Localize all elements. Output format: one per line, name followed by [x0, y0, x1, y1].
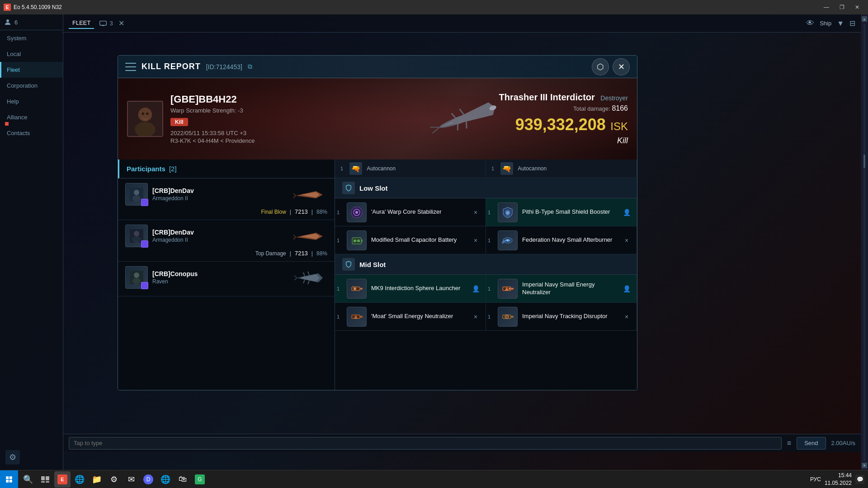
raven-ship [293, 270, 325, 286]
eve-app-badge: E [57, 474, 67, 484]
mail-icon[interactable]: ✉ [123, 471, 139, 488]
sidebar-item-corporation[interactable]: Corporation [0, 78, 63, 94]
eye-icon[interactable]: 👁 [806, 19, 814, 28]
chrome2-icon[interactable]: 🌐 [157, 471, 174, 488]
task-view-icon[interactable] [37, 471, 53, 488]
participants-title: Participants [127, 165, 165, 173]
sidebar-item-fleet[interactable]: Fleet [0, 62, 63, 78]
fitting-item-tracking-disruptor: 1 Imperial Navy Tracking Di [486, 303, 637, 331]
list-icon[interactable]: ≡ [787, 439, 791, 447]
top-damage-label: Top Damage [255, 250, 286, 257]
participant-top-1: [CRB]DenDav Armageddon II [125, 183, 327, 206]
game-background: 6 System Local Fleet Corporation Help Al… [0, 14, 861, 470]
svg-point-6 [135, 122, 156, 137]
svg-line-26 [293, 193, 296, 196]
warp-stab-qty: 1 [337, 210, 340, 215]
afterburner-qty: 1 [488, 238, 491, 243]
mid-slot-icon [342, 258, 355, 271]
participant-ship-img-2 [291, 227, 327, 245]
shield-booster-action[interactable]: 👤 [622, 208, 631, 217]
discord-icon[interactable]: D [140, 471, 156, 488]
store-icon[interactable]: 🛍 [175, 471, 191, 488]
afterburner-name: Federation Navy Small Afterburner [522, 236, 618, 244]
copy-icon[interactable]: ⧉ [248, 63, 252, 70]
moat-neut-name: 'Moat' Small Energy Neutralizer [371, 313, 467, 320]
chrome-icon[interactable]: 🌐 [71, 471, 88, 488]
close-tab-icon[interactable]: ✕ [118, 19, 124, 28]
send-button[interactable]: Send [797, 437, 826, 450]
energy-neut-name: Imperial Navy Small Energy Neutralizer [522, 281, 618, 296]
svg-rect-52 [361, 239, 363, 242]
tracking-disruptor-action[interactable]: × [622, 312, 631, 321]
svg-line-45 [303, 280, 305, 283]
sidebar-item-contacts[interactable]: Contacts [0, 125, 63, 141]
export-button[interactable]: ⬡ [592, 58, 609, 75]
participant-ship-1: Armageddon II [152, 195, 287, 202]
settings-button[interactable]: ⚙ [5, 450, 20, 465]
dropdown-icon[interactable]: ▼ [837, 19, 844, 28]
energy-neut-action[interactable]: 👤 [622, 284, 631, 293]
svg-point-49 [355, 211, 358, 214]
sphere-launcher-action[interactable]: 👤 [471, 284, 480, 293]
moat-neut-action[interactable]: × [471, 312, 480, 321]
close-modal-button[interactable]: ✕ [613, 58, 630, 75]
participant-details-3: [CRB]Conopus Raven [152, 270, 287, 285]
sidebar-item-alliance[interactable]: Alliance [0, 109, 63, 125]
svg-point-38 [132, 278, 141, 284]
main-content: KILL REPORT [ID:7124453] ⧉ ⬡ ✕ [63, 33, 861, 452]
svg-line-16 [452, 113, 456, 119]
armageddon-ship-2 [293, 228, 325, 244]
menu-icon[interactable] [125, 63, 136, 71]
participant-pct-2: 88% [316, 250, 327, 257]
participant-top-2: [CRB]DenDav Armageddon II [125, 225, 327, 247]
mid-slot-grid: 1 MK9 Interdiction Sphere Launcher [335, 275, 637, 331]
minimize-button[interactable]: — [819, 3, 834, 12]
folder-icon[interactable]: 📁 [89, 471, 105, 488]
tab-fleet[interactable]: FLEET [69, 18, 94, 29]
participant-item-2[interactable]: [CRB]DenDav Armageddon II [118, 220, 335, 262]
notifications-icon[interactable]: 💬 [855, 475, 864, 484]
svg-line-15 [431, 127, 441, 133]
ship-label: Ship [820, 20, 831, 27]
autocannon-name-right: Autocannon [518, 165, 547, 172]
pilot-face-image [128, 101, 162, 137]
participant-item-1[interactable]: [CRB]DenDav Armageddon II [118, 178, 335, 220]
start-button[interactable] [0, 470, 18, 488]
participant-details-1: [CRB]DenDav Armageddon II [152, 187, 287, 202]
autocannon-icon-left: 🔫 [349, 162, 362, 175]
scroll-thumb[interactable] [863, 155, 865, 168]
autocannon-item-left: 1 🔫 Autocannon [335, 160, 486, 178]
scroll-down-btn[interactable]: ▼ [862, 463, 867, 468]
chat-input[interactable] [69, 437, 782, 450]
svg-rect-74 [46, 476, 49, 480]
sidebar-item-local[interactable]: Local [0, 46, 63, 62]
svg-point-0 [6, 19, 9, 22]
warp-stab-action[interactable]: × [471, 208, 480, 217]
sphere-launcher-icon [347, 279, 367, 299]
cap-battery-name: Modified Small Capacitor Battery [371, 236, 467, 244]
kill-report-modal: KILL REPORT [ID:7124453] ⧉ ⬡ ✕ [118, 55, 637, 390]
eve-icon[interactable]: E [54, 471, 71, 488]
energy-neut-img [501, 282, 514, 295]
participant-name-3: [CRB]Conopus [152, 270, 287, 277]
sidebar-item-help[interactable]: Help [0, 94, 63, 109]
search-taskbar-icon[interactable]: 🔍 [20, 471, 36, 488]
scroll-up-btn[interactable]: ▲ [862, 16, 867, 22]
fitting-item-shield-booster: 1 Pithi B-Type Small Shield Booster 👤 [486, 198, 637, 226]
restore-button[interactable]: ❐ [835, 3, 849, 12]
cap-battery-action[interactable]: × [471, 236, 480, 245]
filter-icon[interactable]: ⊟ [849, 19, 855, 28]
afterburner-action[interactable]: × [622, 236, 631, 245]
participant-item-3[interactable]: [CRB]Conopus Raven [118, 262, 335, 296]
svg-rect-31 [132, 237, 142, 241]
game-icon[interactable]: G [192, 471, 208, 488]
fitting-item-afterburner: 1 Federation Navy Small Afterburner [486, 226, 637, 254]
autocannon-qty-right: 1 [491, 166, 494, 171]
settings-taskbar-icon[interactable]: ⚙ [106, 471, 122, 488]
low-slot-title: Low Slot [359, 184, 388, 192]
svg-point-37 [134, 272, 139, 278]
svg-point-29 [134, 231, 139, 236]
sidebar-item-system[interactable]: System [0, 30, 63, 46]
tracking-disruptor-qty: 1 [488, 314, 491, 319]
close-button[interactable]: ✕ [850, 3, 864, 12]
